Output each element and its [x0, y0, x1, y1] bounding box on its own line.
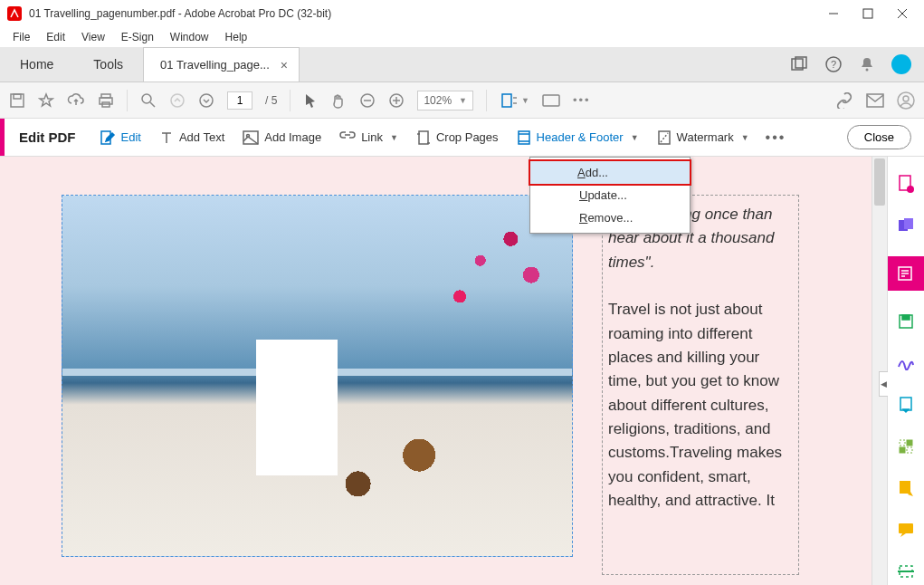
send-comments-icon[interactable] — [895, 477, 917, 499]
tools-rail: ◀ + — [887, 157, 924, 585]
bell-icon[interactable] — [859, 56, 875, 72]
svg-rect-13 — [100, 98, 112, 104]
menu-help[interactable]: Help — [218, 29, 255, 45]
dropdown-add[interactable]: Add... — [529, 159, 691, 186]
zoom-level-dropdown[interactable]: 102%▼ — [417, 91, 473, 110]
save-rail-icon[interactable] — [895, 311, 917, 332]
svg-rect-46 — [904, 218, 913, 229]
svg-text:?: ? — [831, 59, 836, 70]
create-pdf-icon[interactable]: + — [895, 173, 917, 195]
select-tool-icon[interactable] — [303, 92, 318, 109]
edit-tool[interactable]: Edit — [90, 119, 150, 156]
acrobat-icon — [7, 6, 22, 21]
save-icon[interactable] — [9, 92, 25, 109]
dropdown-remove[interactable]: Remove... — [530, 206, 690, 229]
comment-rail-icon[interactable] — [895, 519, 917, 541]
text-icon — [159, 130, 174, 145]
svg-text:+: + — [909, 186, 913, 194]
svg-point-18 — [200, 94, 213, 107]
star-icon[interactable] — [38, 92, 54, 109]
tab-close-icon[interactable]: × — [281, 58, 288, 72]
svg-point-17 — [171, 94, 184, 107]
page-view[interactable]: ee something once than hear about it a t… — [0, 157, 887, 585]
hand-tool-icon[interactable] — [330, 92, 347, 109]
help-icon[interactable]: ? — [824, 55, 843, 73]
scan-rail-icon[interactable] — [895, 561, 917, 582]
svg-rect-59 — [899, 523, 913, 533]
cloud-upload-icon[interactable] — [67, 92, 85, 109]
crop-icon — [416, 129, 431, 146]
menu-esign[interactable]: E-Sign — [114, 29, 161, 45]
menu-view[interactable]: View — [74, 29, 112, 45]
svg-line-41 — [661, 133, 668, 142]
titlebar: 01 Travelling_pagenumber.pdf - Adobe Acr… — [0, 0, 924, 27]
sign-rail-icon[interactable] — [895, 352, 917, 374]
email-icon[interactable] — [866, 93, 884, 108]
more-options-icon[interactable]: ••• — [758, 129, 794, 146]
tab-home[interactable]: Home — [0, 47, 73, 82]
svg-rect-40 — [659, 131, 670, 144]
svg-rect-55 — [907, 440, 912, 446]
watermark-icon — [657, 129, 672, 146]
crop-pages-tool[interactable]: Crop Pages — [407, 119, 508, 156]
menu-file[interactable]: File — [5, 29, 37, 45]
edit-icon — [100, 129, 116, 146]
svg-line-16 — [150, 102, 155, 107]
text-edit-box[interactable]: ee something once than hear about it a t… — [602, 195, 799, 575]
zoom-in-icon[interactable] — [388, 92, 405, 109]
add-image-tool[interactable]: Add Image — [233, 119, 330, 156]
find-icon[interactable] — [140, 92, 157, 109]
svg-point-15 — [142, 94, 151, 103]
zoom-out-icon[interactable] — [359, 92, 376, 109]
svg-rect-57 — [907, 447, 912, 453]
share-app-icon[interactable] — [790, 55, 808, 73]
edit-pdf-rail-icon[interactable] — [888, 256, 925, 291]
organize-rail-icon[interactable] — [895, 436, 917, 457]
tab-document[interactable]: 01 Travelling_page... × — [143, 47, 300, 82]
header-footer-icon — [517, 129, 531, 146]
body-text: Travel is not just about roaming into di… — [608, 301, 782, 509]
watermark-tool[interactable]: Watermark ▼ — [648, 119, 758, 156]
page-down-icon[interactable] — [198, 92, 214, 109]
tab-tools[interactable]: Tools — [73, 47, 143, 82]
svg-rect-56 — [900, 447, 905, 453]
close-edit-button[interactable]: Close — [847, 125, 911, 149]
add-text-tool[interactable]: Add Text — [150, 119, 233, 156]
header-footer-dropdown: Add... Update... Remove... — [529, 157, 691, 234]
menu-edit[interactable]: Edit — [39, 29, 72, 45]
svg-point-30 — [903, 96, 909, 101]
caret-icon: ▼ — [390, 133, 398, 142]
menu-window[interactable]: Window — [163, 29, 216, 45]
page-number-input[interactable] — [227, 91, 252, 110]
close-button[interactable] — [897, 8, 910, 19]
image-edit-box[interactable] — [62, 195, 573, 557]
link-tool[interactable]: Link ▼ — [330, 119, 407, 156]
menubar: File Edit View E-Sign Window Help — [0, 27, 924, 47]
minimize-button[interactable] — [828, 8, 841, 19]
more-tools-icon[interactable]: ••• — [573, 93, 591, 107]
svg-rect-24 — [502, 94, 511, 107]
export-rail-icon[interactable] — [895, 394, 917, 416]
page-up-icon[interactable] — [169, 92, 186, 109]
link-icon — [339, 131, 356, 144]
svg-rect-36 — [419, 131, 428, 144]
fit-width-icon[interactable]: ▼ — [500, 92, 529, 109]
link-share-icon[interactable] — [835, 92, 853, 109]
account-icon[interactable] — [897, 91, 915, 110]
window-controls — [828, 8, 917, 19]
edit-pdf-toolbar: Edit PDF Edit Add Text Add Image Link ▼ … — [0, 119, 924, 157]
keyboard-icon[interactable] — [542, 94, 560, 107]
scrollbar-thumb[interactable] — [874, 158, 885, 206]
window-title: 01 Travelling_pagenumber.pdf - Adobe Acr… — [29, 7, 828, 20]
combine-files-icon[interactable] — [895, 215, 917, 236]
caret-icon: ▼ — [741, 133, 749, 142]
header-footer-tool[interactable]: Header & Footer ▼ — [508, 119, 648, 156]
dropdown-update[interactable]: Update... — [530, 184, 690, 206]
collapse-rail-icon[interactable]: ◀ — [879, 371, 888, 397]
image-icon — [243, 130, 259, 145]
svg-rect-53 — [900, 398, 911, 410]
user-avatar[interactable] — [891, 54, 911, 74]
print-icon[interactable] — [98, 92, 114, 109]
svg-rect-52 — [902, 315, 910, 320]
maximize-button[interactable] — [862, 8, 875, 19]
